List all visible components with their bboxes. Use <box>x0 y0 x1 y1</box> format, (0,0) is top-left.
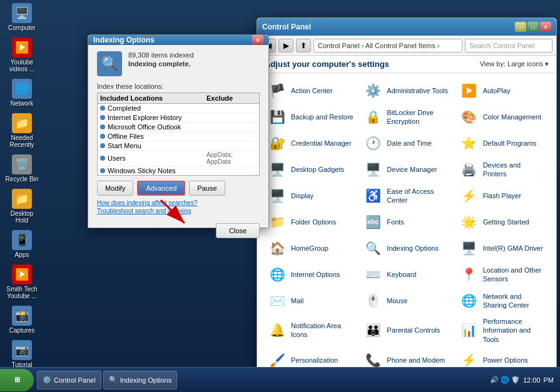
cp-item-homegroup[interactable]: 🏠 HomeGroup <box>263 236 358 261</box>
cp-item-bitlocker-drive-encryption[interactable]: 🔒 BitLocker Drive Encryption <box>359 104 454 129</box>
control-panel-titlebar[interactable]: Control Panel ─ □ ✕ <box>257 18 556 36</box>
dialog-col-include: Included Locations <box>100 94 206 102</box>
cp-item-indexing-options[interactable]: 🔍 Indexing Options <box>359 236 454 261</box>
desktop-icon-recycle[interactable]: 🗑️ Recycle Bin <box>3 154 41 183</box>
desktop-icon-network[interactable]: 🌐 Network <box>3 79 41 107</box>
address-bar[interactable]: Control Panel › All Control Panel Items … <box>313 39 462 53</box>
cp-item-icon: ⌨️ <box>363 264 383 284</box>
cp-item-performance-information-and-tools[interactable]: 📊 Performance Information and Tools <box>456 314 550 346</box>
cp-item-icon: 🌟 <box>459 212 479 232</box>
cp-item-label: Credential Manager <box>291 139 352 148</box>
modify-button[interactable]: Modify <box>97 181 133 196</box>
cp-item-notification-area-icons[interactable]: 🔔 Notification Area Icons <box>263 314 358 346</box>
desktop-icon-smithtech[interactable]: ▶️ Smith Tech Youtube ... <box>3 264 41 299</box>
dialog-location-item: Users AppData; AppData <box>98 151 259 166</box>
dialog-links: How does indexing affect searches? Troub… <box>97 199 260 214</box>
cp-item-credential-manager[interactable]: 🔐 Credential Manager <box>263 131 358 156</box>
desktop-icon-computer[interactable]: 🖥️ Computer <box>3 3 41 31</box>
cp-item-mouse[interactable]: 🖱️ Mouse <box>359 288 454 313</box>
search-box[interactable]: Search Control Panel <box>465 39 552 53</box>
location-dot <box>100 143 105 148</box>
up-button[interactable]: ⬆ <box>296 39 311 53</box>
troubleshoot-link[interactable]: Troubleshoot search and indexing <box>97 208 260 214</box>
cp-item-label: Device Manager <box>387 165 437 174</box>
dialog-complete: Indexing complete. <box>128 60 194 68</box>
dialog-footer: Close <box>88 221 268 243</box>
desktop-icon-desktophold[interactable]: 📁 Desktop Hold <box>3 189 41 224</box>
cp-item-label: BitLocker Drive Encryption <box>387 108 450 126</box>
cp-item-device-manager[interactable]: 🖥️ Device Manager <box>359 157 454 182</box>
view-by-selector[interactable]: View by: Large icons ▾ <box>480 60 549 68</box>
cp-item-default-programs[interactable]: ⭐ Default Programs <box>456 131 550 156</box>
youtube-icon-label: Youtube videos ... <box>3 59 41 73</box>
location-name: Microsoft Office Outlook <box>108 123 204 131</box>
taskbar-item-indexing[interactable]: 🔍 Indexing Options <box>103 371 178 389</box>
location-dot <box>100 168 105 173</box>
cp-item-icon: 🖥️ <box>459 238 479 258</box>
advanced-button[interactable]: Advanced <box>137 181 185 196</box>
start-button[interactable]: ⊞ <box>0 369 34 391</box>
dialog-list-items: Completed Internet Explorer History Micr… <box>98 104 259 175</box>
cp-item-keyboard[interactable]: ⌨️ Keyboard <box>359 262 454 287</box>
taskbar-items: ⚙️ Control Panel 🔍 Indexing Options <box>37 371 484 389</box>
cp-item-parental-controls[interactable]: 👪 Parental Controls <box>359 314 454 346</box>
cp-item-intelr-gma-driver[interactable]: 🖥️ Intel(R) GMA Driver <box>456 236 550 261</box>
cp-item-label: Network and Sharing Center <box>483 292 546 310</box>
cp-item-icon: ♿ <box>363 186 383 206</box>
cp-item-icon: 🖥️ <box>363 159 383 179</box>
dialog-title: Indexing Options <box>93 36 252 44</box>
cp-item-folder-options[interactable]: 📁 Folder Options <box>263 209 358 234</box>
close-main-button[interactable]: Close <box>216 223 260 238</box>
desktop-icon-youtube[interactable]: ▶️ Youtube videos ... <box>3 38 41 73</box>
cp-item-icon: ⭐ <box>459 133 479 153</box>
cp-item-mail[interactable]: ✉️ Mail <box>263 288 358 313</box>
desktop-icon-needed[interactable]: 📁 Needed Recently <box>3 113 41 148</box>
location-dot <box>100 115 105 120</box>
desktop-icon-apps[interactable]: 📱 Apps <box>3 230 41 258</box>
cp-item-desktop-gadgets[interactable]: 🖥️ Desktop Gadgets <box>263 157 358 182</box>
cp-item-label: Action Center <box>291 86 333 95</box>
cp-item-devices-and-printers[interactable]: 🖨️ Devices and Printers <box>456 157 550 182</box>
cp-item-icon: 📊 <box>459 320 479 340</box>
cp-item-flash-player[interactable]: ⚡ Flash Player <box>456 183 550 208</box>
cp-item-administrative-tools[interactable]: ⚙️ Administrative Tools <box>359 78 454 103</box>
network-icon-label: Network <box>11 100 34 107</box>
location-dot <box>100 156 105 161</box>
cp-item-location-and-other-sensors[interactable]: 📍 Location and Other Sensors <box>456 262 550 287</box>
taskbar-item-controlpanel[interactable]: ⚙️ Control Panel <box>37 371 101 389</box>
dialog-titlebar[interactable]: Indexing Options ✕ <box>88 35 268 45</box>
location-name: Users <box>108 154 204 162</box>
cp-item-label: Notification Area Icons <box>291 321 354 339</box>
dialog-close-button[interactable]: ✕ <box>252 35 263 45</box>
cp-item-getting-started[interactable]: 🌟 Getting Started <box>456 209 550 234</box>
forward-button[interactable]: ▶ <box>278 39 293 53</box>
address-text: Control Panel › All Control Panel Items … <box>318 42 439 49</box>
cp-item-label: HomeGroup <box>291 244 328 253</box>
close-button[interactable]: ✕ <box>540 22 551 32</box>
desktop-icon-captures[interactable]: 📸 Captures <box>3 306 41 334</box>
location-name: Start Menu <box>108 142 204 149</box>
maximize-button[interactable]: □ <box>527 22 539 32</box>
cp-item-internet-options[interactable]: 🌐 Internet Options <box>263 262 358 287</box>
cp-item-icon: 🎨 <box>459 107 479 127</box>
dialog-count: 89,308 items indexed <box>128 51 194 59</box>
cp-item-icon: 🔒 <box>363 107 383 127</box>
apps-icon-label: Apps <box>15 251 29 258</box>
cp-item-icon: 👪 <box>363 320 383 340</box>
cp-item-color-management[interactable]: 🎨 Color Management <box>456 104 550 129</box>
cp-item-backup-and-restore[interactable]: 💾 Backup and Restore <box>263 104 358 129</box>
cp-item-label: Internet Options <box>291 270 340 279</box>
minimize-button[interactable]: ─ <box>515 22 526 32</box>
cp-item-ease-of-access-center[interactable]: ♿ Ease of Access Center <box>359 183 454 208</box>
cp-item-autoplay[interactable]: ▶️ AutoPlay <box>456 78 550 103</box>
cp-item-display[interactable]: 🖥️ Display <box>263 183 358 208</box>
cp-item-fonts[interactable]: 🔤 Fonts <box>359 209 454 234</box>
cp-item-date-and-time[interactable]: 🕐 Date and Time <box>359 131 454 156</box>
pause-button[interactable]: Pause <box>189 181 225 196</box>
indexing-help-link[interactable]: How does indexing affect searches? <box>97 199 260 206</box>
cp-item-label: Date and Time <box>387 139 432 148</box>
cp-item-action-center[interactable]: 🏴 Action Center <box>263 78 358 103</box>
apps-icon: 📱 <box>12 230 32 250</box>
cp-item-icon: 🌐 <box>459 291 479 311</box>
cp-item-network-and-sharing-center[interactable]: 🌐 Network and Sharing Center <box>456 288 550 313</box>
